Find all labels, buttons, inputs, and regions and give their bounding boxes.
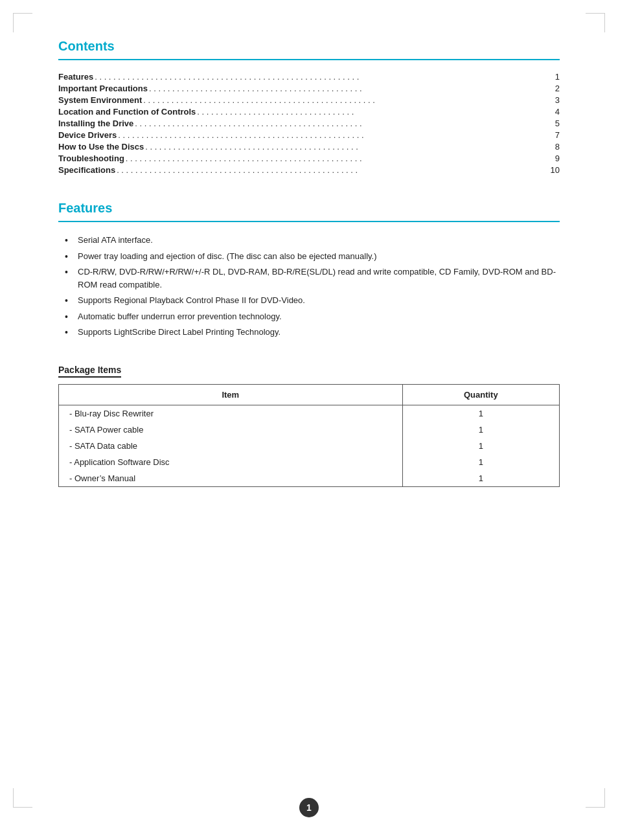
toc-entry-dots: . . . . . . . . . . . . . . . . . . . . … [124, 153, 555, 163]
package-qty-cell: 1 [402, 422, 559, 438]
package-item-cell: - Application Software Disc [59, 454, 403, 470]
toc-entry-page: 3 [555, 95, 560, 105]
corner-tl-horizontal [13, 13, 32, 14]
toc-entry-dots: . . . . . . . . . . . . . . . . . . . . … [93, 72, 555, 82]
corner-bl-vertical [13, 788, 14, 808]
toc-entry-page: 2 [555, 84, 560, 93]
toc-entry-page: 5 [555, 119, 560, 128]
contents-title: Contents [58, 39, 560, 54]
toc-entry: Specifications . . . . . . . . . . . . .… [58, 165, 560, 175]
toc-entry-dots: . . . . . . . . . . . . . . . . . . . . … [142, 95, 555, 105]
toc-entry-label: Installing the Drive [58, 119, 133, 128]
toc-entry-page: 9 [555, 153, 560, 163]
package-table-head: Item Quantity [59, 384, 560, 405]
contents-divider [58, 59, 560, 60]
toc-entry-dots: . . . . . . . . . . . . . . . . . . . . … [144, 142, 555, 152]
toc-entry: Device Drivers . . . . . . . . . . . . .… [58, 130, 560, 140]
toc-entry-label: Device Drivers [58, 130, 117, 140]
toc-entry-dots: . . . . . . . . . . . . . . . . . . . . … [133, 119, 555, 128]
toc-entry-dots: . . . . . . . . . . . . . . . . . . . . … [148, 84, 555, 93]
col-qty-header: Quantity [402, 384, 559, 405]
toc-entry: Location and Function of Controls . . . … [58, 107, 560, 117]
package-row: - SATA Data cable1 [59, 438, 560, 454]
package-qty-cell: 1 [402, 438, 559, 454]
package-item-cell: - Blu-ray Disc Rewriter [59, 405, 403, 422]
features-section: Features Serial ATA interface.Power tray… [58, 201, 560, 339]
corner-tr-horizontal [586, 13, 605, 14]
toc-entry-page: 4 [555, 107, 560, 117]
page: Contents Features . . . . . . . . . . . … [0, 0, 618, 840]
toc-entry-dots: . . . . . . . . . . . . . . . . . . . . … [117, 130, 555, 140]
toc-entry-page: 1 [555, 72, 560, 82]
feature-item: Power tray loading and ejection of disc.… [65, 250, 560, 263]
toc-entry: How to Use the Discs . . . . . . . . . .… [58, 142, 560, 152]
toc-list: Features . . . . . . . . . . . . . . . .… [58, 72, 560, 175]
toc-entry: Troubleshooting . . . . . . . . . . . . … [58, 153, 560, 163]
package-item-cell: - SATA Data cable [59, 438, 403, 454]
toc-entry-page: 7 [555, 130, 560, 140]
package-row: - Blu-ray Disc Rewriter1 [59, 405, 560, 422]
feature-item: Serial ATA interface. [65, 234, 560, 247]
contents-section: Contents Features . . . . . . . . . . . … [58, 39, 560, 175]
corner-bl-horizontal [13, 807, 32, 808]
col-item-header: Item [59, 384, 403, 405]
features-title: Features [58, 201, 560, 216]
toc-entry-label: System Environment [58, 95, 142, 105]
feature-item: CD-R/RW, DVD-R/RW/+R/RW/+/-R DL, DVD-RAM… [65, 266, 560, 291]
package-title: Package Items [58, 365, 121, 378]
toc-entry-page: 8 [555, 142, 560, 152]
package-table-body: - Blu-ray Disc Rewriter1- SATA Power cab… [59, 405, 560, 486]
toc-entry: Important Precautions . . . . . . . . . … [58, 84, 560, 93]
package-item-cell: - SATA Power cable [59, 422, 403, 438]
toc-entry-dots: . . . . . . . . . . . . . . . . . . . . … [196, 107, 555, 117]
corner-tr-vertical [604, 13, 605, 32]
page-number: 1 [299, 798, 319, 817]
toc-entry: Installing the Drive . . . . . . . . . .… [58, 119, 560, 128]
toc-entry-label: Specifications [58, 165, 115, 175]
toc-entry-dots: . . . . . . . . . . . . . . . . . . . . … [115, 165, 550, 175]
package-item-cell: - Owner’s Manual [59, 470, 403, 487]
package-section: Package Items Item Quantity - Blu-ray Di… [58, 365, 560, 487]
feature-item: Supports LightScribe Direct Label Printi… [65, 326, 560, 339]
corner-br-vertical [604, 788, 605, 808]
package-row: - SATA Power cable1 [59, 422, 560, 438]
toc-entry-page: 10 [551, 165, 560, 175]
package-row: - Application Software Disc1 [59, 454, 560, 470]
toc-entry: Features . . . . . . . . . . . . . . . .… [58, 72, 560, 82]
features-divider [58, 221, 560, 222]
corner-tl-vertical [13, 13, 14, 32]
package-header-row: Item Quantity [59, 384, 560, 405]
corner-br-horizontal [586, 807, 605, 808]
toc-entry-label: Location and Function of Controls [58, 107, 196, 117]
feature-item: Supports Regional Playback Control Phase… [65, 294, 560, 307]
package-table: Item Quantity - Blu-ray Disc Rewriter1- … [58, 384, 560, 487]
toc-entry: System Environment . . . . . . . . . . .… [58, 95, 560, 105]
feature-item: Automatic buffer underrun error preventi… [65, 310, 560, 323]
toc-entry-label: Troubleshooting [58, 153, 124, 163]
toc-entry-label: How to Use the Discs [58, 142, 144, 152]
page-number-container: 1 [299, 798, 319, 817]
package-row: - Owner’s Manual1 [59, 470, 560, 487]
package-qty-cell: 1 [402, 405, 559, 422]
toc-entry-label: Features [58, 72, 93, 82]
package-qty-cell: 1 [402, 470, 559, 487]
toc-entry-label: Important Precautions [58, 84, 148, 93]
package-qty-cell: 1 [402, 454, 559, 470]
features-list: Serial ATA interface.Power tray loading … [58, 234, 560, 339]
